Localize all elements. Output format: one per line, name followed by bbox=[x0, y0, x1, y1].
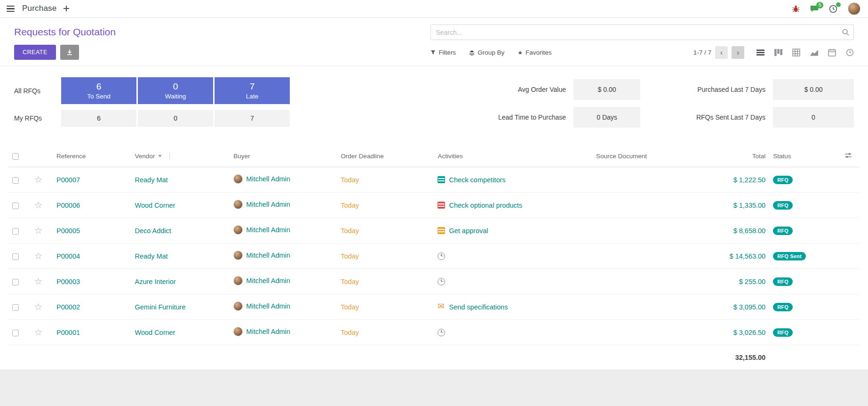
sort-caret-icon bbox=[158, 155, 162, 157]
purchased-last-7-days[interactable]: $ 0.00 bbox=[773, 79, 854, 100]
table-row[interactable]: P00006 Wood Corner Mitchell Admin Today … bbox=[8, 193, 860, 218]
table-row[interactable]: P00005 Deco Addict Mitchell Admin Today … bbox=[8, 218, 860, 244]
top-navbar: Purchase 5 bbox=[0, 0, 868, 18]
header-buyer[interactable]: Buyer bbox=[230, 146, 337, 167]
create-button[interactable]: CREATE bbox=[14, 45, 56, 60]
lead-time-value[interactable]: 0 Days bbox=[573, 107, 640, 128]
activity-label[interactable]: Check competitors bbox=[449, 176, 505, 184]
buyer-avatar bbox=[233, 251, 243, 260]
activity-label[interactable]: Get approval bbox=[449, 227, 488, 235]
table-row[interactable]: P00007 Ready Mat Mitchell Admin Today Ch… bbox=[8, 167, 860, 193]
header-activities[interactable]: Activities bbox=[434, 146, 592, 167]
activity-clock-icon[interactable] bbox=[438, 252, 445, 260]
favorite-star-icon[interactable] bbox=[34, 329, 42, 337]
buyer-avatar bbox=[233, 200, 243, 209]
buyer-name: Mitchell Admin bbox=[246, 252, 290, 259]
header-source-document[interactable]: Source Document bbox=[592, 146, 682, 167]
activity-view-icon[interactable] bbox=[846, 49, 854, 57]
vendor-link: Wood Corner bbox=[135, 202, 175, 209]
favorite-star-icon[interactable] bbox=[34, 202, 42, 210]
debug-bug-icon[interactable] bbox=[792, 5, 800, 13]
row-checkbox[interactable] bbox=[12, 203, 19, 209]
pager-range[interactable]: 1-7 / 7 bbox=[693, 49, 711, 56]
header-star bbox=[31, 146, 53, 167]
status-badge: RFQ bbox=[773, 277, 793, 286]
favorite-star-icon[interactable] bbox=[34, 304, 42, 311]
messages-icon[interactable]: 5 bbox=[810, 5, 819, 13]
favorite-star-icon[interactable] bbox=[34, 253, 42, 260]
group-by-button[interactable]: Group By bbox=[469, 49, 504, 56]
all-rfqs-label[interactable]: All RFQs bbox=[14, 87, 61, 95]
card-to-send[interactable]: 6 To Send bbox=[61, 77, 136, 104]
activity-clock-icon[interactable] bbox=[438, 329, 445, 336]
add-tab-icon[interactable] bbox=[63, 5, 70, 12]
app-name[interactable]: Purchase bbox=[22, 4, 56, 13]
order-deadline-value: Today bbox=[341, 227, 359, 235]
vendor-link: Wood Corner bbox=[135, 329, 175, 336]
list-view-icon[interactable] bbox=[757, 49, 764, 57]
activity-email-icon[interactable] bbox=[438, 303, 445, 310]
search-icon bbox=[842, 28, 850, 38]
apps-menu-icon[interactable] bbox=[6, 4, 16, 14]
header-reference[interactable]: Reference bbox=[53, 146, 131, 167]
my-card-to-send[interactable]: 6 bbox=[61, 110, 136, 127]
favorite-star-icon[interactable] bbox=[34, 278, 42, 286]
table-footer-row: 32,155.00 bbox=[8, 345, 860, 370]
row-checkbox[interactable] bbox=[12, 330, 19, 336]
kanban-view-icon[interactable] bbox=[774, 49, 782, 57]
filters-button[interactable]: Filters bbox=[430, 49, 456, 56]
row-checkbox[interactable] bbox=[12, 304, 19, 311]
pivot-view-icon[interactable] bbox=[792, 49, 800, 57]
card-waiting[interactable]: 0 Waiting bbox=[138, 77, 213, 104]
my-card-waiting[interactable]: 0 bbox=[138, 110, 213, 127]
favorite-star-icon[interactable] bbox=[34, 177, 42, 184]
search-input[interactable] bbox=[430, 24, 854, 40]
activity-clock-icon[interactable] bbox=[438, 278, 445, 285]
card-late[interactable]: 7 Late bbox=[215, 77, 290, 104]
activity-type-icon[interactable] bbox=[438, 176, 445, 183]
header-total[interactable]: Total bbox=[682, 146, 769, 167]
activity-label[interactable]: Send specifications bbox=[449, 303, 508, 311]
status-badge: RFQ bbox=[773, 201, 793, 210]
favorites-button[interactable]: Favorites bbox=[518, 49, 551, 56]
rfqs-sent-last-7-days[interactable]: 0 bbox=[773, 107, 854, 128]
status-badge: RFQ Sent bbox=[773, 252, 806, 260]
row-checkbox[interactable] bbox=[12, 279, 19, 285]
activity-label[interactable]: Check optional products bbox=[449, 202, 522, 209]
activity-type-icon[interactable] bbox=[438, 227, 445, 234]
user-avatar[interactable] bbox=[848, 2, 860, 15]
favorite-star-icon[interactable] bbox=[34, 227, 42, 235]
buyer-name: Mitchell Admin bbox=[246, 302, 290, 310]
row-checkbox[interactable] bbox=[12, 228, 19, 235]
layers-icon bbox=[469, 50, 475, 56]
select-all-checkbox[interactable] bbox=[12, 153, 19, 160]
pager-next-button[interactable] bbox=[732, 46, 744, 59]
row-checkbox[interactable] bbox=[12, 253, 19, 260]
pager-previous-button[interactable] bbox=[715, 46, 728, 59]
calendar-view-icon[interactable] bbox=[828, 49, 836, 57]
table-row[interactable]: P00004 Ready Mat Mitchell Admin Today $ … bbox=[8, 244, 860, 269]
table-row[interactable]: P00003 Azure Interior Mitchell Admin Tod… bbox=[8, 269, 860, 294]
funnel-icon bbox=[430, 50, 436, 55]
export-button[interactable] bbox=[60, 45, 79, 60]
avg-order-value[interactable]: $ 0.00 bbox=[573, 79, 640, 100]
activities-clock-icon[interactable] bbox=[829, 5, 837, 13]
messages-badge: 5 bbox=[816, 2, 823, 8]
table-row[interactable]: P00002 Gemini Furniture Mitchell Admin T… bbox=[8, 294, 860, 320]
reference-link: P00003 bbox=[56, 278, 80, 285]
my-rfqs-label[interactable]: My RFQs bbox=[14, 114, 61, 122]
status-badge: RFQ bbox=[773, 176, 793, 184]
graph-view-icon[interactable] bbox=[810, 49, 818, 57]
vendor-link: Ready Mat bbox=[135, 252, 167, 260]
activity-type-icon[interactable] bbox=[438, 202, 445, 209]
table-row[interactable]: P00001 Wood Corner Mitchell Admin Today … bbox=[8, 320, 860, 345]
column-separator bbox=[169, 153, 170, 160]
buyer-avatar bbox=[233, 174, 243, 184]
header-status[interactable]: Status bbox=[769, 146, 841, 167]
header-vendor[interactable]: Vendor bbox=[131, 146, 230, 167]
row-checkbox[interactable] bbox=[12, 177, 19, 184]
buyer-name: Mitchell Admin bbox=[246, 277, 290, 284]
header-order-deadline[interactable]: Order Deadline bbox=[337, 146, 434, 167]
optional-columns-icon[interactable] bbox=[844, 152, 852, 159]
my-card-late[interactable]: 7 bbox=[215, 110, 290, 127]
